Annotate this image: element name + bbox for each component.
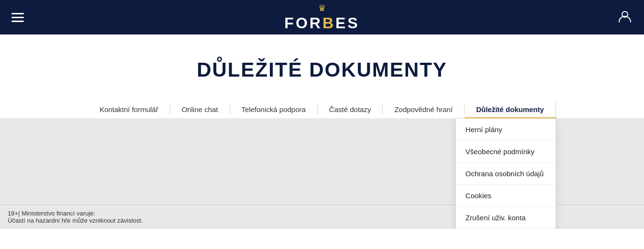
tab-kontaktni-wrap: Kontaktní formulář <box>88 101 170 118</box>
crown-icon: ♛ <box>318 3 326 13</box>
tab-zodpovednehr-wrap: Zodpovědné hraní <box>383 101 464 118</box>
user-account-button[interactable] <box>617 9 633 26</box>
tab-online-chat-wrap: Online chat <box>170 101 230 118</box>
tab-dulezite-wrap: Důležité dokumenty Herní plány Všeobecné… <box>465 101 556 118</box>
tab-telefonicka-wrap: Telefonická podpora <box>230 101 317 118</box>
tab-caste-dotazy[interactable]: Časté dotazy <box>318 101 383 118</box>
tab-kontaktni[interactable]: Kontaktní formulář <box>88 101 170 118</box>
dropdown-vseobecne[interactable]: Všeobecné podmínky <box>456 141 555 163</box>
nav-tabs: Kontaktní formulář Online chat Telefonic… <box>88 101 556 118</box>
page-title: DŮLEŽITÉ DOKUMENTY <box>0 58 644 81</box>
dropdown-zruseni[interactable]: Zrušení uživ. konta <box>456 207 555 229</box>
dropdown-cookies[interactable]: Cookies <box>456 185 555 207</box>
hamburger-menu-button[interactable] <box>11 13 24 22</box>
tab-zodpovednehr[interactable]: Zodpovědné hraní <box>383 101 464 118</box>
dropdown-ochrana[interactable]: Ochrana osobních údajů <box>456 163 555 185</box>
site-logo[interactable]: ♛ FORBES <box>284 3 359 32</box>
tab-caste-dotazy-wrap: Časté dotazy <box>318 101 383 118</box>
nav-tabs-wrapper: Kontaktní formulář Online chat Telefonic… <box>0 101 644 118</box>
tab-online-chat[interactable]: Online chat <box>170 101 230 118</box>
tab-telefonicka[interactable]: Telefonická podpora <box>230 101 317 118</box>
dulezite-dropdown: Herní plány Všeobecné podmínky Ochrana o… <box>455 118 556 229</box>
tab-dulezite[interactable]: Důležité dokumenty <box>465 101 556 118</box>
logo-text: FORBES <box>284 14 359 32</box>
header: ♛ FORBES <box>0 0 644 34</box>
dropdown-herni-plany[interactable]: Herní plány <box>456 119 555 141</box>
page-content: DŮLEŽITÉ DOKUMENTY Kontaktní formulář On… <box>0 34 644 204</box>
